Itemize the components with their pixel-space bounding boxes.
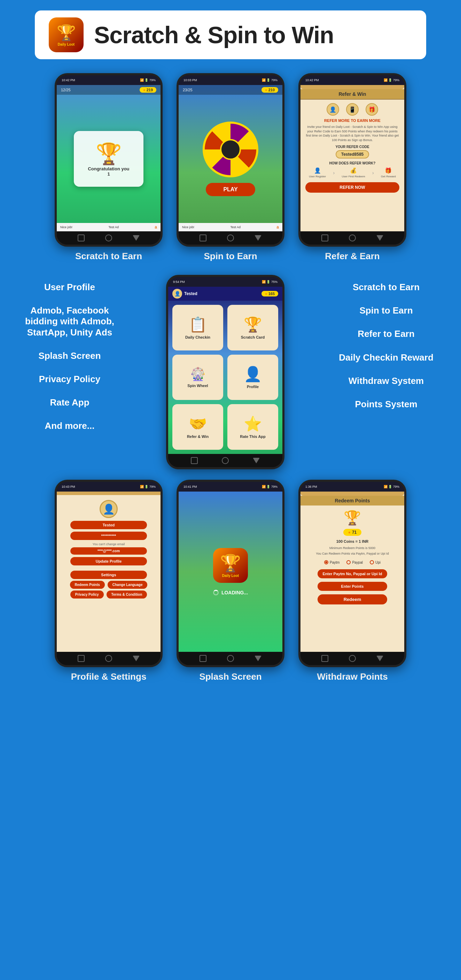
main-coin-badge: ● 165 [261,291,278,296]
center-phone: 9:54 PM 📶 🔋 75% 👤 Tested ● 165 📋 [126,275,325,469]
profile-redeem-btn[interactable]: Redeem Points [70,581,105,589]
status-time-scratch: 10:42 PM [62,78,75,82]
nav-back-icon-main[interactable] [191,457,198,464]
withdraw-info-1: 100 Coins = 1 INR [336,539,369,544]
nav-back-icon-profile[interactable] [78,655,84,662]
phone-splash: 10:41 PM 📶 🔋 79% 🏆 Daily Loot LOADING... [176,480,285,693]
nav-home-icon-spin[interactable] [227,234,234,242]
nav-recent-icon[interactable] [133,235,140,241]
profile-email-btn[interactable]: ****@****.com [70,547,147,555]
grid-item-profile[interactable]: 👤 Profile [227,355,278,400]
grid-item-rate-app[interactable]: ⭐ Rate This App [227,404,278,450]
profile-settings-btn[interactable]: Settings [70,571,147,579]
status-time-withdraw: 1:36 PM [305,485,317,488]
refer-icon-1: 👤 [327,103,339,116]
profile-label: Profile [247,385,259,389]
feature-more: And more... [21,420,118,431]
refer-step-icon-2: 💰 [350,167,357,174]
withdraw-info-3: You Can Redeem Points via Paytm, Paypal … [316,552,389,555]
refer-icon-3: 🎁 [366,103,378,116]
rate-app-label: Rate This App [240,434,265,439]
splash-screen: 🏆 Daily Loot LOADING... [179,492,282,652]
status-icons-refer: 📶 🔋 79% [384,78,399,82]
profile-icon: 👤 [244,366,262,382]
phone-nav-scratch [57,231,161,245]
profile-terms-btn[interactable]: Terms & Condition [107,590,147,598]
refer-desc: Invite your friend on Daily Loot - Scrat… [305,125,399,142]
nav-home-icon-splash[interactable] [227,655,234,662]
feature-admob: Admob, Facebook bidding with Admob, Star… [21,305,118,338]
nav-home-icon-withdraw[interactable] [349,655,356,662]
refer-code-badge: Tested8585 [335,150,369,159]
status-bar-profile: 10:43 PM 📶 🔋 79% [57,482,161,492]
loading-spinner-icon [213,590,219,595]
phone-withdraw: 1:36 PM 📶 🔋 79% Redeem Points 🏆 ● 71 100… [299,480,406,693]
nav-back-icon-splash[interactable] [200,655,207,662]
withdraw-info-2: Minimum Redeem Points is 5000 [329,546,375,550]
grid-item-refer-win[interactable]: 🤝 Refer & Win [172,404,223,450]
nav-home-icon[interactable] [105,234,112,242]
nav-back-icon-withdraw[interactable] [321,655,328,662]
radio-circle-upi [370,560,374,565]
splash-app-icon: 🏆 Daily Loot [213,548,248,583]
profile-privacy-btn[interactable]: Privacy Policy [70,590,104,598]
nav-recent-icon-withdraw[interactable] [377,655,383,661]
profile-lang-btn[interactable]: Change Language [108,581,148,589]
status-bar-refer: 10:42 PM 📶 🔋 79% [300,75,404,85]
status-bar-scratch: 10:42 PM 📶 🔋 79% [57,75,161,85]
withdraw-input-btn[interactable]: Enter Paytm No, Paypal or Upi Id [318,569,387,578]
withdraw-phone-label: Withdraw Points [299,671,406,682]
refer-icons-row: 👤 📱 🎁 [305,103,399,116]
profile-avatar-section: 👤 Tested ********** You can't change ema… [57,495,161,571]
refer-icon-2: 📱 [346,103,359,116]
nav-back-icon[interactable] [78,234,84,242]
main-app-topbar: 👤 Tested ● 165 [168,287,282,301]
right-feature-points: Points System [332,399,440,410]
refer-step-icon-1: 👤 [314,167,321,174]
radio-paytm[interactable]: Paytm [324,560,340,565]
nav-home-icon-profile[interactable] [105,655,112,662]
phone-frame-splash: 10:41 PM 📶 🔋 79% 🏆 Daily Loot LOADING... [176,480,285,667]
scratch-card-label: Scratch Card [241,335,265,339]
nav-back-icon-refer[interactable] [321,234,328,242]
profile-phone-btn[interactable]: ********** [70,531,147,540]
user-name: Tested [184,291,197,296]
withdraw-redeem-btn[interactable]: Redeem [318,594,387,605]
play-button[interactable]: PLAY [206,183,255,196]
grid-item-spin-wheel[interactable]: 🎡 Spin Wheel [172,355,223,400]
refer-now-button[interactable]: REFER NOW [305,182,399,192]
profile-update-btn[interactable]: Update Profile [70,557,147,565]
radio-upi[interactable]: Upi [370,560,381,565]
status-icons-spin: 📶 🔋 79% [262,78,278,82]
right-feature-spin: Spin to Earn [332,305,440,316]
right-feature-checkin: Daily Checkin Reward [332,352,440,363]
nav-recent-icon-main[interactable] [253,458,260,463]
splash-loading: LOADING... [213,590,248,595]
spin-ad-nicejob: Nice job! [182,225,194,229]
nav-recent-icon-splash[interactable] [254,655,261,661]
top-phones-row: 10:42 PM 📶 🔋 79% 12/25 ● 219 🏆 Congratul… [21,73,440,264]
nav-home-icon-main[interactable] [222,457,229,464]
refer-win-icon: 🤝 [189,415,207,432]
nav-recent-icon-spin[interactable] [254,235,261,241]
radio-circle-paytm [324,560,328,565]
phone-spin: 10:03 PM 📶 🔋 79% 23/25 ● 210 PLAY [176,73,285,264]
nav-recent-icon-refer[interactable] [377,235,383,241]
nav-recent-icon-profile[interactable] [133,655,140,661]
refer-scroll-decor [300,85,404,89]
left-features: User Profile Admob, Facebook bidding wit… [21,275,118,451]
profile-name-btn[interactable]: Tested [70,521,147,529]
scratch-phone-label: Scratch to Earn [55,251,162,262]
splash-phone-label: Splash Screen [176,671,285,682]
radio-paypal[interactable]: Paypal [347,560,363,565]
withdraw-title-bar: Redeem Points [300,496,404,506]
withdraw-enter-points-btn[interactable]: Enter Points [318,582,387,591]
profile-row-btns-2: Privacy Policy Terms & Condition [70,590,147,598]
app-trophy-icon: 🏆 [57,24,76,42]
nav-home-icon-refer[interactable] [349,234,356,242]
grid-item-daily-checkin[interactable]: 📋 Daily Checkin [172,305,223,350]
status-icons-scratch: 📶 🔋 79% [140,78,156,82]
nav-back-icon-spin[interactable] [200,234,207,242]
refer-step-3: 🎁 Get Reward [381,167,396,178]
grid-item-scratch-card[interactable]: 🏆 Scratch Card [227,305,278,350]
